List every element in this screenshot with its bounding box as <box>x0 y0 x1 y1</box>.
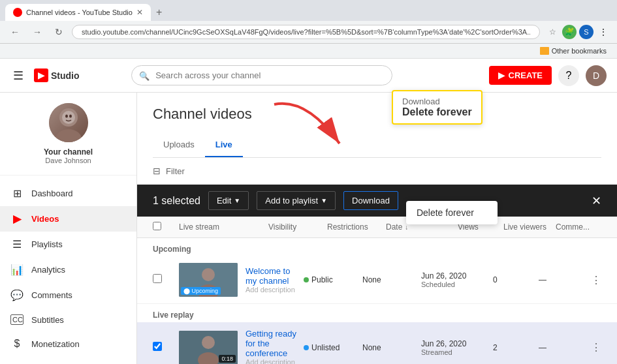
sidebar-label-videos: Videos <box>31 214 59 224</box>
sidebar-label-analytics: Analytics <box>31 265 65 275</box>
video-thumbnail: 0:18 <box>179 331 238 365</box>
menu-dots-icon[interactable]: ⋮ <box>596 25 610 39</box>
table-row: ⬤ Upcoming Welcome to my channel Add des… <box>137 256 617 304</box>
date-sub-value: Streamed <box>421 348 493 356</box>
sidebar-item-analytics[interactable]: 📊 Analytics <box>0 257 136 282</box>
sidebar-item-playlists[interactable]: ☰ Playlists <box>0 232 136 257</box>
section-live-replay: Live replay <box>137 304 617 322</box>
dropdown-item-delete[interactable]: Delete forever <box>406 201 498 224</box>
svg-point-6 <box>202 268 215 281</box>
channel-profile: Your channel Dave Johnson <box>0 93 136 175</box>
sidebar-item-videos[interactable]: ▶ Videos <box>0 206 136 232</box>
visibility-label: Unlisted <box>311 343 340 352</box>
restrictions-col: None <box>362 275 421 284</box>
sidebar-item-monetization[interactable]: $ Monetization <box>0 331 136 356</box>
table-row: 0:18 Getting ready for the conference Ad… <box>137 322 617 364</box>
url-bar[interactable] <box>72 25 540 39</box>
search-bar: 🔍 <box>131 65 392 85</box>
video-title[interactable]: Getting ready for the conference <box>245 329 304 358</box>
hamburger-menu-icon[interactable]: ☰ <box>10 66 26 85</box>
selected-count: 1 selected <box>153 195 200 207</box>
video-thumbnail: ⬤ Upcoming <box>179 263 238 297</box>
row-menu-icon[interactable]: ⋮ <box>591 274 601 286</box>
tab-uploads[interactable]: Uploads <box>153 133 205 157</box>
extensions-icon[interactable]: 🧩 <box>562 25 577 39</box>
search-input[interactable] <box>131 65 392 85</box>
visibility-col: Unlisted <box>304 343 362 352</box>
star-icon[interactable]: ☆ <box>545 25 560 39</box>
row-menu-icon[interactable]: ⋮ <box>591 341 601 354</box>
bookmarks-folder[interactable]: Other bookmarks <box>536 46 610 56</box>
studio-label: Studio <box>51 70 80 81</box>
tab-favicon <box>13 8 22 17</box>
download-button[interactable]: Download <box>343 191 398 210</box>
tab-live[interactable]: Live <box>205 133 243 157</box>
create-button[interactable]: ▶ CREATE <box>489 66 552 85</box>
sidebar-label-playlists: Playlists <box>31 239 63 249</box>
back-button[interactable]: ← <box>7 25 24 38</box>
video-description: Add description <box>245 286 304 294</box>
analytics-icon: 📊 <box>10 264 24 276</box>
create-icon: ▶ <box>498 70 505 80</box>
add-to-playlist-button[interactable]: Add to playlist ▼ <box>257 191 336 210</box>
row-checkbox-v1[interactable] <box>153 274 162 283</box>
tab-title: Channel videos - YouTube Studio <box>26 8 133 16</box>
header-actions: ▶ CREATE ? D <box>489 65 607 86</box>
tabs: Uploads Live <box>153 133 601 158</box>
header-video-col: Live stream <box>179 222 268 232</box>
video-duration: 0:18 <box>219 355 236 363</box>
date-value: Jun 26, 2020 <box>421 271 493 281</box>
action-bar: 1 selected Edit ▼ Add to playlist ▼ Down… <box>137 185 617 217</box>
sidebar-item-audio-library[interactable]: ♪ Audio library <box>0 356 136 364</box>
svg-point-9 <box>202 336 215 349</box>
yt-logo[interactable]: ▶ Studio <box>34 68 80 82</box>
row-checkbox-col <box>153 274 179 286</box>
tab-close-btn[interactable]: ✕ <box>136 8 143 17</box>
action-bar-close-button[interactable]: ✕ <box>592 194 601 208</box>
edit-button[interactable]: Edit ▼ <box>208 191 249 210</box>
svg-point-2 <box>62 111 75 124</box>
reload-button[interactable]: ↻ <box>51 25 67 38</box>
visibility-dot <box>304 277 309 282</box>
videos-icon: ▶ <box>10 213 24 225</box>
callout-box: Download Delete forever <box>392 90 483 125</box>
sidebar-label-monetization: Monetization <box>31 339 80 349</box>
sidebar-item-comments[interactable]: 💬 Comments <box>0 282 136 308</box>
channel-handle: Dave Johnson <box>10 157 126 164</box>
profile-icon[interactable]: S <box>579 25 593 39</box>
views-col: 0 <box>493 275 539 284</box>
callout-download-label: Download <box>402 97 472 106</box>
visibility-label: Public <box>311 275 333 284</box>
section-upcoming: Upcoming <box>137 238 617 256</box>
live-col: — <box>539 343 591 352</box>
filter-icon: ⊟ <box>153 166 161 176</box>
callout-delete-label: Delete forever <box>402 106 472 118</box>
sidebar: Your channel Dave Johnson ⊞ Dashboard ▶ … <box>0 93 137 364</box>
svg-point-4 <box>69 115 72 118</box>
user-avatar[interactable]: D <box>586 65 607 86</box>
create-label: CREATE <box>509 70 543 80</box>
video-info: Getting ready for the conference Add des… <box>245 329 304 364</box>
svg-point-3 <box>65 115 68 118</box>
new-tab-button[interactable]: + <box>153 4 165 21</box>
video-title[interactable]: Welcome to my channel <box>245 266 304 286</box>
search-icon: 🔍 <box>139 70 150 80</box>
help-icon[interactable]: ? <box>558 65 579 86</box>
row-checkbox-v2[interactable] <box>153 342 162 351</box>
channel-name: Your channel <box>10 147 126 157</box>
forward-button[interactable]: → <box>29 25 46 38</box>
content-header: Channel videos Uploads Live <box>137 93 617 158</box>
playlist-chevron-icon: ▼ <box>321 197 327 204</box>
sidebar-item-subtitles[interactable]: CC Subtitles <box>0 308 136 331</box>
dashboard-icon: ⊞ <box>10 187 24 200</box>
visibility-col: Public <box>304 275 362 284</box>
visibility-dot <box>304 345 309 350</box>
browser-tab[interactable]: Channel videos - YouTube Studio ✕ <box>5 4 151 21</box>
date-sort-icon[interactable]: ↓ <box>405 224 408 231</box>
download-label: Download <box>352 196 390 205</box>
edit-chevron-icon: ▼ <box>234 197 240 204</box>
sidebar-item-dashboard[interactable]: ⊞ Dashboard <box>0 181 136 206</box>
header-visibility-col: Visibility <box>268 222 327 232</box>
table-header: Live stream Visibility Restrictions Date… <box>137 217 617 238</box>
select-all-checkbox[interactable] <box>153 222 161 230</box>
